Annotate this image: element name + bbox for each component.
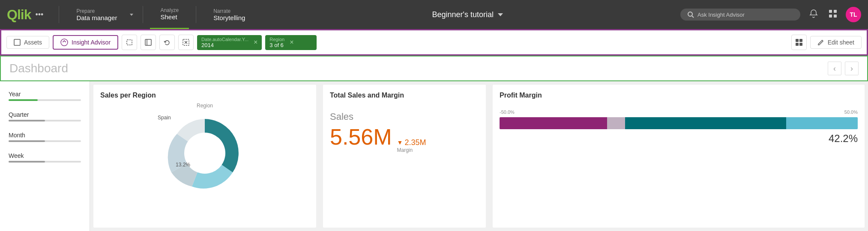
profit-margin-panel: Profit Margin -50.0% 50.0% 42.2%	[493, 85, 865, 228]
filter-year-label: Year	[9, 91, 81, 98]
svg-rect-12	[145, 39, 151, 45]
assets-label: Assets	[24, 39, 42, 46]
nav-analyze-top: Analyze	[160, 7, 179, 13]
margin-section: ▼ 2.35M Margin	[397, 138, 426, 153]
filter-box-icon[interactable]	[141, 35, 156, 50]
filter-month[interactable]: Month	[5, 127, 84, 146]
filter-clear-icon[interactable]	[178, 35, 194, 50]
filter-chip-date-value: 2014	[201, 42, 248, 48]
filter-chip-region-close[interactable]: ×	[290, 38, 293, 46]
qlik-logo: Qlik	[7, 7, 31, 23]
next-arrow[interactable]: ›	[845, 62, 859, 75]
sales-region-title: Sales per Region	[100, 92, 309, 99]
filter-week[interactable]: Week	[5, 148, 84, 167]
nav-separator-3	[196, 6, 196, 23]
total-sales-title: Total Sales and Margin	[330, 92, 479, 99]
svg-marker-1	[498, 13, 503, 16]
donut-chart: Spain	[153, 110, 256, 196]
filter-quarter-fill	[9, 120, 45, 121]
scale-right: 50.0%	[844, 110, 858, 115]
nav-prepare[interactable]: Prepare Data manager	[66, 0, 127, 29]
search-bar[interactable]: Ask Insight Advisor	[680, 9, 800, 21]
filter-month-fill	[9, 140, 45, 142]
svg-rect-7	[834, 15, 837, 18]
nav-narrate-bottom: Storytelling	[213, 14, 245, 21]
spain-annotation: Spain	[158, 115, 171, 121]
assets-icon	[14, 39, 21, 46]
user-avatar[interactable]: TL	[846, 7, 861, 22]
total-sales-panel: Total Sales and Margin Sales 5.56M ▼ 2.3…	[323, 85, 486, 228]
grid-icon[interactable]	[827, 8, 839, 22]
filter-bar: Assets Insight Advisor	[0, 29, 868, 56]
filter-chip-region-content: Region 3 of 6	[269, 37, 284, 48]
nav-separator-2	[143, 6, 143, 23]
filter-chip-date-close[interactable]: ×	[254, 38, 257, 46]
assets-button[interactable]: Assets	[6, 36, 49, 49]
svg-rect-8	[14, 39, 20, 45]
margin-value: 2.35M	[404, 138, 426, 147]
svg-point-21	[184, 133, 225, 174]
svg-rect-4	[829, 10, 832, 13]
filter-year-fill	[9, 99, 38, 101]
nav-prepare-bottom: Data manager	[76, 14, 117, 21]
filter-chip-date-content: Date.autoCalendar.Y... 2014	[201, 37, 248, 48]
donut-chart-container: Region Spain	[100, 103, 309, 221]
sales-row: 5.56M ▼ 2.35M Margin	[330, 124, 479, 153]
more-menu-icon[interactable]: •••	[35, 10, 43, 19]
bar-segment-1	[500, 117, 607, 129]
nav-right: Ask Insight Advisor TL	[680, 7, 861, 22]
profit-margin-content: -50.0% 50.0% 42.2%	[500, 110, 858, 145]
insight-advisor-icon	[60, 38, 68, 46]
filter-month-bar	[9, 140, 81, 142]
filter-week-fill	[9, 161, 45, 163]
pct-annotation: 13.2%	[176, 162, 190, 168]
dashboard-title-bar: Dashboard ‹ ›	[0, 56, 868, 81]
svg-point-9	[61, 39, 68, 46]
logo-area[interactable]: Qlik •••	[7, 7, 43, 23]
profit-pct: 42.2%	[500, 133, 858, 145]
svg-rect-20	[799, 43, 802, 46]
nav-analyze-bottom: Sheet	[160, 13, 179, 21]
top-navigation: Qlik ••• Prepare Data manager Analyze Sh…	[0, 0, 868, 29]
filter-chip-region-value: 3 of 6	[269, 42, 284, 48]
profit-scale: -50.0% 50.0%	[500, 110, 858, 115]
svg-marker-0	[130, 14, 133, 16]
filter-chip-date-label: Date.autoCalendar.Y...	[201, 37, 248, 42]
profit-bar	[500, 117, 858, 129]
main-content: Year Quarter Month Week Sale	[0, 81, 868, 231]
filter-year[interactable]: Year	[5, 86, 84, 105]
chart-area: Sales per Region Region Spain	[90, 81, 868, 231]
nav-narrate-top: Narrate	[213, 8, 245, 14]
edit-sheet-button[interactable]: Edit sheet	[810, 36, 862, 49]
insight-advisor-button[interactable]: Insight Advisor	[53, 35, 118, 50]
svg-rect-11	[127, 40, 132, 45]
grid-view-icon[interactable]	[791, 35, 807, 50]
nav-prepare-top: Prepare	[76, 8, 117, 14]
nav-separator	[59, 6, 59, 23]
insight-advisor-label: Insight Advisor	[72, 39, 111, 46]
view-buttons	[791, 35, 807, 50]
filter-chip-date[interactable]: Date.autoCalendar.Y... 2014 ×	[197, 35, 262, 50]
filter-week-bar	[9, 161, 81, 163]
bar-segment-2	[607, 117, 625, 129]
sales-region-panel: Sales per Region Region Spain	[93, 85, 316, 228]
nav-analyze[interactable]: Analyze Sheet	[150, 0, 189, 29]
nav-narrate[interactable]: Narrate Storytelling	[203, 0, 255, 29]
app-title[interactable]: Beginner's tutorial	[432, 10, 504, 19]
svg-rect-17	[796, 39, 799, 42]
prev-arrow[interactable]: ‹	[828, 62, 841, 75]
filter-quarter-bar	[9, 120, 81, 121]
filter-quarter[interactable]: Quarter	[5, 107, 84, 126]
prepare-dropdown-arrow[interactable]	[127, 0, 136, 29]
bar-segment-3	[625, 117, 786, 129]
filter-lasso-icon[interactable]	[122, 35, 137, 50]
pct-bottom-annotation: 54.5%	[196, 139, 211, 145]
filter-undo-icon[interactable]	[159, 35, 175, 50]
scale-left: -50.0%	[500, 110, 515, 115]
left-filter-panel: Year Quarter Month Week	[0, 81, 90, 231]
dashboard-title: Dashboard	[9, 62, 828, 75]
profit-margin-title: Profit Margin	[500, 92, 858, 99]
filter-chip-region[interactable]: Region 3 of 6 ×	[265, 35, 317, 50]
notifications-icon[interactable]	[807, 7, 820, 22]
edit-icon	[817, 39, 824, 46]
